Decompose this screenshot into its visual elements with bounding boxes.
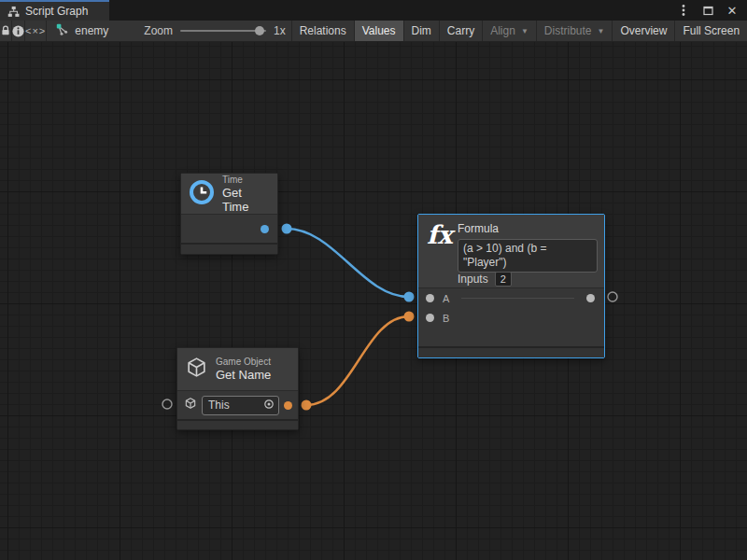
zoom-value: 1x	[274, 24, 286, 37]
node-formula-body: A B	[418, 288, 604, 346]
script-graph-icon	[7, 6, 20, 18]
toolbar-toggles: Relations Values Dim Carry Align ▼ Distr…	[291, 21, 747, 41]
port-label-b: B	[443, 313, 449, 324]
target-object-value: This	[208, 399, 263, 412]
formula-port-row-b: B	[418, 308, 604, 328]
distribute-button[interactable]: Distribute ▼	[536, 21, 613, 41]
wire-endpoint-formula-a[interactable]	[404, 292, 415, 302]
port-getname-target-unconnected[interactable]	[162, 399, 172, 409]
window-controls: ✕	[678, 0, 747, 21]
node-formula-header: fx Formula (a > 10) and (b = "Player") I…	[418, 215, 604, 288]
chevron-down-icon: ▼	[521, 27, 529, 35]
port-gettime-output[interactable]	[261, 225, 269, 233]
code-preview-icon[interactable]: <×>	[25, 21, 47, 41]
port-formula-output-unconnected[interactable]	[608, 292, 617, 301]
relation-line	[461, 298, 574, 299]
align-button[interactable]: Align ▼	[482, 21, 536, 41]
breadcrumb-graph-enemy[interactable]: enemy	[47, 21, 120, 41]
wire-getname-to-formula-b[interactable]	[306, 316, 409, 405]
zoom-slider[interactable]	[180, 30, 266, 32]
target-object-field[interactable]: This	[202, 396, 279, 415]
node-formula-footer	[418, 346, 604, 357]
script-graph-window: Script Graph ✕	[0, 0, 747, 560]
wire-endpoint-gettime[interactable]	[282, 224, 292, 234]
node-category: Game Object	[216, 357, 271, 368]
node-formula[interactable]: fx Formula (a > 10) and (b = "Player") I…	[417, 214, 605, 358]
dim-button[interactable]: Dim	[403, 21, 439, 41]
overview-button[interactable]: Overview	[612, 21, 674, 41]
port-formula-input-b[interactable]	[426, 314, 434, 322]
fullscreen-button[interactable]: Full Screen	[674, 21, 747, 41]
titlebar: Script Graph ✕	[0, 0, 747, 21]
node-get-name[interactable]: Game Object Get Name This	[176, 347, 299, 430]
node-get-name-header: Game Object Get Name	[177, 348, 298, 391]
relations-button[interactable]: Relations	[291, 21, 354, 41]
node-category: Time	[222, 175, 270, 186]
inputs-count-field[interactable]: 2	[495, 272, 512, 287]
wire-endpoint-formula-b[interactable]	[404, 312, 415, 322]
graph-pointer-icon	[56, 23, 69, 39]
node-get-time[interactable]: Time Get Time	[180, 173, 278, 255]
kebab-menu-icon[interactable]	[678, 4, 689, 17]
node-get-name-body: This	[177, 391, 298, 419]
zoom-control: Zoom 1x	[120, 21, 290, 41]
port-getname-output[interactable]	[284, 401, 292, 410]
graph-toolbar: <×> enemy Zoom 1x Relations Values	[0, 21, 747, 42]
info-icon[interactable]	[12, 21, 25, 41]
carry-button[interactable]: Carry	[439, 21, 482, 41]
cube-icon	[185, 356, 208, 383]
wire-gettime-to-formula-a[interactable]	[287, 229, 409, 297]
wires-layer	[0, 42, 747, 560]
chevron-down-icon: ▼	[598, 27, 605, 35]
maximize-icon[interactable]	[702, 4, 713, 17]
clock-icon	[189, 179, 215, 209]
node-get-time-header: Time Get Time	[181, 174, 277, 215]
formula-port-row-a: A	[418, 288, 604, 308]
port-label-a: A	[443, 293, 449, 304]
fx-icon: fx	[427, 222, 453, 248]
node-title: Get Time	[222, 186, 270, 214]
node-title: Formula	[458, 222, 499, 235]
object-picker-icon[interactable]	[263, 397, 275, 413]
zoom-slider-handle[interactable]	[255, 26, 264, 35]
values-button[interactable]: Values	[354, 21, 403, 41]
wire-endpoint-getname[interactable]	[302, 400, 312, 411]
lock-icon[interactable]	[0, 21, 12, 41]
port-formula-output[interactable]	[586, 294, 595, 302]
node-title: Get Name	[216, 368, 271, 382]
code-preview-glyph: <×>	[25, 25, 46, 36]
close-icon[interactable]: ✕	[726, 4, 738, 17]
inputs-label: Inputs	[458, 273, 488, 286]
port-formula-input-a[interactable]	[426, 294, 434, 302]
node-get-time-body	[181, 215, 277, 243]
node-get-name-footer	[177, 419, 298, 429]
tab-script-graph[interactable]: Script Graph	[0, 0, 109, 21]
breadcrumb-label: enemy	[75, 24, 108, 37]
graph-canvas[interactable]: Time Get Time fx Formula (a > 10) and (b…	[0, 42, 747, 560]
node-get-time-footer	[181, 243, 277, 254]
cube-icon-small	[184, 397, 197, 413]
window-title: Script Graph	[25, 5, 88, 18]
formula-expression-input[interactable]: (a > 10) and (b = "Player")	[458, 239, 598, 273]
zoom-label: Zoom	[144, 24, 173, 37]
